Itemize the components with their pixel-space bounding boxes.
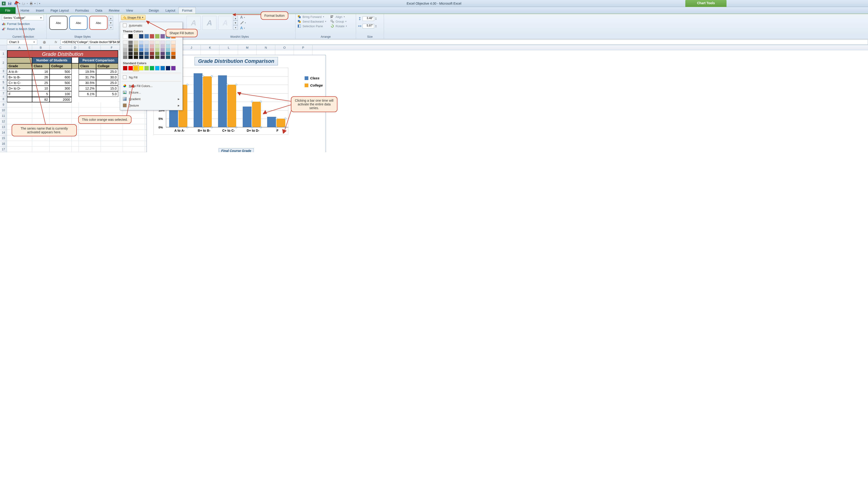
tab-formulas[interactable]: Formulas bbox=[72, 7, 92, 14]
color-swatch[interactable] bbox=[150, 52, 154, 55]
cell[interactable] bbox=[50, 113, 72, 119]
cell[interactable] bbox=[101, 124, 123, 130]
height-input[interactable]: 3.48" bbox=[363, 16, 374, 21]
cell[interactable] bbox=[7, 147, 32, 152]
color-swatch[interactable] bbox=[133, 44, 138, 48]
tab-design[interactable]: Design bbox=[146, 7, 162, 14]
color-swatch[interactable] bbox=[150, 55, 154, 59]
no-fill-option[interactable]: No Fill bbox=[120, 74, 182, 81]
tab-format[interactable]: Format bbox=[179, 7, 196, 14]
row-header[interactable]: 14 bbox=[0, 130, 7, 135]
bar-college[interactable] bbox=[203, 76, 212, 127]
wordart-style-2[interactable]: A bbox=[203, 16, 216, 30]
color-swatch[interactable] bbox=[150, 34, 154, 39]
column-header[interactable]: C bbox=[50, 45, 72, 50]
color-swatch[interactable] bbox=[171, 40, 176, 44]
color-swatch[interactable] bbox=[144, 40, 149, 44]
row-header[interactable]: 9 bbox=[0, 102, 7, 107]
row-header[interactable]: 13 bbox=[0, 124, 7, 130]
selection-handle[interactable] bbox=[251, 126, 253, 128]
file-tab[interactable]: File bbox=[0, 7, 16, 14]
color-swatch[interactable] bbox=[150, 48, 154, 52]
row-header[interactable]: 12 bbox=[0, 119, 7, 124]
cell[interactable] bbox=[123, 130, 145, 135]
row-header[interactable]: 10 bbox=[0, 107, 7, 113]
selection-handle[interactable] bbox=[202, 75, 204, 77]
column-header[interactable]: P bbox=[294, 45, 312, 50]
bring-forward-button[interactable]: Bring Forward▾ bbox=[298, 15, 326, 19]
color-swatch[interactable] bbox=[133, 66, 138, 70]
row-header[interactable]: 2 bbox=[0, 57, 7, 68]
color-swatch[interactable] bbox=[150, 66, 154, 70]
row-header[interactable]: 11 bbox=[0, 113, 7, 119]
wordart-style-1[interactable]: A bbox=[187, 16, 200, 30]
wordart-more-icon[interactable]: ▾ bbox=[233, 25, 238, 30]
color-swatch[interactable] bbox=[144, 34, 149, 39]
tab-view[interactable]: View bbox=[123, 7, 136, 14]
color-swatch[interactable] bbox=[160, 34, 165, 39]
stepper-down-icon[interactable]: ▼ bbox=[375, 19, 377, 20]
color-swatch[interactable] bbox=[139, 66, 144, 70]
selection-handle[interactable] bbox=[211, 75, 213, 77]
rotate-button[interactable]: Rotate▾ bbox=[331, 24, 347, 28]
color-swatch[interactable] bbox=[133, 40, 138, 44]
color-swatch[interactable] bbox=[160, 40, 165, 44]
column-header[interactable]: O bbox=[275, 45, 294, 50]
color-swatch[interactable] bbox=[160, 44, 165, 48]
cell[interactable] bbox=[79, 102, 101, 107]
column-header[interactable]: D bbox=[72, 45, 79, 50]
bar-class[interactable] bbox=[194, 73, 203, 127]
selection-handle[interactable] bbox=[235, 84, 237, 86]
selection-handle[interactable] bbox=[226, 126, 228, 128]
color-swatch[interactable] bbox=[166, 48, 170, 52]
color-swatch[interactable] bbox=[160, 52, 165, 55]
send-backward-button[interactable]: Send Backward▾ bbox=[298, 20, 326, 23]
color-swatch[interactable] bbox=[133, 48, 138, 52]
color-swatch[interactable] bbox=[123, 44, 127, 48]
tab-layout[interactable]: Layout bbox=[162, 7, 179, 14]
color-swatch[interactable] bbox=[123, 52, 127, 55]
color-swatch[interactable] bbox=[155, 40, 160, 44]
cell[interactable] bbox=[50, 141, 72, 147]
column-header[interactable]: M bbox=[238, 45, 257, 50]
row-header[interactable]: 16 bbox=[0, 141, 7, 147]
cell[interactable] bbox=[7, 141, 32, 147]
tab-data[interactable]: Data bbox=[92, 7, 106, 14]
shape-style-1[interactable]: Abc bbox=[49, 16, 67, 30]
tab-review[interactable]: Review bbox=[106, 7, 123, 14]
cell[interactable] bbox=[123, 141, 145, 147]
gallery-up-icon[interactable]: ▲ bbox=[108, 16, 113, 21]
x-axis-label[interactable]: Final Course Grade bbox=[218, 148, 254, 152]
column-header[interactable]: E bbox=[79, 45, 101, 50]
fx-icon[interactable]: fx bbox=[51, 40, 61, 44]
cell[interactable] bbox=[79, 147, 101, 152]
color-swatch[interactable] bbox=[133, 34, 138, 39]
cell[interactable] bbox=[72, 147, 79, 152]
cell[interactable] bbox=[32, 141, 50, 147]
cell[interactable] bbox=[32, 147, 50, 152]
cell[interactable] bbox=[123, 124, 145, 130]
stepper-up-icon[interactable]: ▲ bbox=[375, 25, 377, 26]
bar-college[interactable] bbox=[227, 85, 236, 127]
cell[interactable] bbox=[50, 119, 72, 124]
color-swatch[interactable] bbox=[150, 40, 154, 44]
selection-handle[interactable] bbox=[186, 84, 188, 86]
color-swatch[interactable] bbox=[144, 55, 149, 59]
selection-handle[interactable] bbox=[186, 126, 188, 128]
excel-icon[interactable]: X bbox=[1, 1, 6, 6]
cell[interactable] bbox=[72, 113, 79, 119]
cell[interactable] bbox=[50, 102, 72, 107]
cell[interactable] bbox=[79, 130, 101, 135]
color-swatch[interactable] bbox=[166, 55, 170, 59]
select-all-corner[interactable] bbox=[0, 45, 7, 50]
gallery-more-icon[interactable]: ▾ bbox=[108, 25, 113, 30]
color-swatch[interactable] bbox=[155, 34, 160, 39]
bar-class[interactable] bbox=[243, 106, 252, 127]
color-swatch[interactable] bbox=[123, 40, 127, 44]
group-button[interactable]: Group▾ bbox=[331, 20, 347, 23]
cell[interactable] bbox=[123, 147, 145, 152]
color-swatch[interactable] bbox=[139, 40, 144, 44]
color-swatch[interactable] bbox=[144, 52, 149, 55]
chart-title[interactable]: Grade Distribution Comparison bbox=[194, 57, 278, 65]
selection-handle[interactable] bbox=[202, 126, 204, 128]
